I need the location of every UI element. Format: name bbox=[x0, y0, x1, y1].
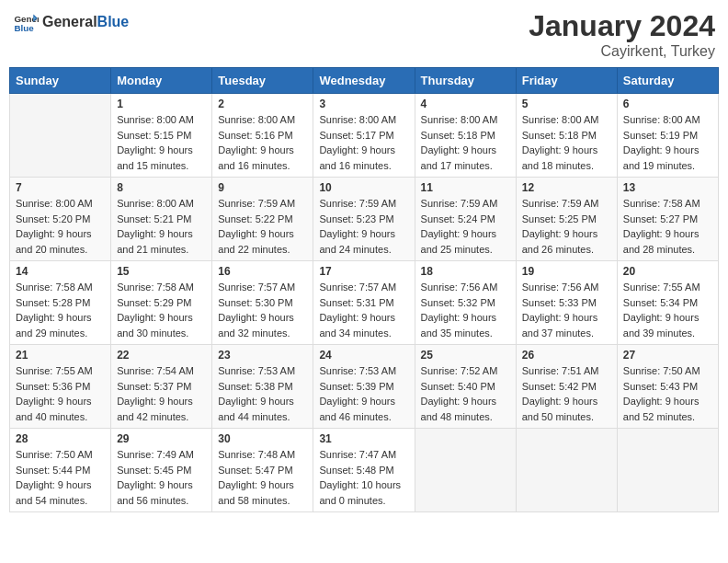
calendar-cell bbox=[10, 94, 111, 178]
day-number: 1 bbox=[117, 98, 206, 110]
calendar-cell: 21Sunrise: 7:55 AMSunset: 5:36 PMDayligh… bbox=[10, 345, 111, 429]
day-info: Sunrise: 7:49 AMSunset: 5:45 PMDaylight:… bbox=[117, 447, 206, 508]
day-number: 14 bbox=[16, 265, 105, 278]
calendar-cell: 14Sunrise: 7:58 AMSunset: 5:28 PMDayligh… bbox=[10, 261, 111, 345]
day-info: Sunrise: 7:59 AMSunset: 5:24 PMDaylight:… bbox=[421, 196, 510, 257]
day-number: 18 bbox=[421, 265, 510, 278]
day-info: Sunrise: 7:56 AMSunset: 5:32 PMDaylight:… bbox=[421, 280, 510, 340]
day-info: Sunrise: 7:59 AMSunset: 5:25 PMDaylight:… bbox=[522, 196, 611, 257]
calendar-cell: 13Sunrise: 7:58 AMSunset: 5:27 PMDayligh… bbox=[617, 178, 718, 261]
day-number: 24 bbox=[319, 349, 408, 362]
day-number: 25 bbox=[421, 349, 510, 362]
calendar-cell: 30Sunrise: 7:48 AMSunset: 5:47 PMDayligh… bbox=[212, 429, 313, 512]
day-number: 12 bbox=[522, 181, 611, 194]
day-number: 19 bbox=[522, 265, 611, 278]
day-info: Sunrise: 7:48 AMSunset: 5:47 PMDaylight:… bbox=[218, 447, 307, 508]
calendar-cell: 3Sunrise: 8:00 AMSunset: 5:17 PMDaylight… bbox=[313, 94, 415, 178]
calendar-cell bbox=[415, 429, 516, 512]
day-header-saturday: Saturday bbox=[617, 68, 718, 94]
day-number: 7 bbox=[16, 181, 105, 194]
day-number: 21 bbox=[16, 349, 105, 362]
calendar-cell: 2Sunrise: 8:00 AMSunset: 5:16 PMDaylight… bbox=[212, 94, 313, 178]
calendar-cell: 18Sunrise: 7:56 AMSunset: 5:32 PMDayligh… bbox=[415, 261, 516, 345]
day-info: Sunrise: 7:47 AMSunset: 5:48 PMDaylight:… bbox=[319, 447, 408, 508]
title-area: January 2024 Cayirkent, Turkey bbox=[529, 9, 715, 60]
calendar-cell: 6Sunrise: 8:00 AMSunset: 5:19 PMDaylight… bbox=[617, 94, 718, 178]
calendar-cell: 25Sunrise: 7:52 AMSunset: 5:40 PMDayligh… bbox=[415, 345, 516, 429]
day-header-thursday: Thursday bbox=[415, 68, 516, 94]
day-number: 5 bbox=[522, 98, 611, 110]
day-number: 3 bbox=[319, 98, 408, 110]
days-header-row: SundayMondayTuesdayWednesdayThursdayFrid… bbox=[10, 68, 719, 94]
week-row-1: 1Sunrise: 8:00 AMSunset: 5:15 PMDaylight… bbox=[10, 94, 719, 178]
day-number: 20 bbox=[623, 265, 712, 278]
day-info: Sunrise: 7:53 AMSunset: 5:39 PMDaylight:… bbox=[319, 363, 408, 424]
day-info: Sunrise: 8:00 AMSunset: 5:16 PMDaylight:… bbox=[218, 112, 307, 173]
logo: General Blue GeneralBlue bbox=[13, 9, 129, 35]
day-number: 15 bbox=[117, 265, 206, 278]
calendar-cell: 20Sunrise: 7:55 AMSunset: 5:34 PMDayligh… bbox=[617, 261, 718, 345]
day-header-tuesday: Tuesday bbox=[212, 68, 313, 94]
day-number: 26 bbox=[522, 349, 611, 362]
week-row-3: 14Sunrise: 7:58 AMSunset: 5:28 PMDayligh… bbox=[10, 261, 719, 345]
day-info: Sunrise: 7:50 AMSunset: 5:44 PMDaylight:… bbox=[16, 447, 105, 508]
day-info: Sunrise: 7:51 AMSunset: 5:42 PMDaylight:… bbox=[522, 363, 611, 424]
header: General Blue GeneralBlue January 2024 Ca… bbox=[9, 9, 719, 60]
day-header-monday: Monday bbox=[111, 68, 212, 94]
calendar-cell: 19Sunrise: 7:56 AMSunset: 5:33 PMDayligh… bbox=[516, 261, 617, 345]
week-row-4: 21Sunrise: 7:55 AMSunset: 5:36 PMDayligh… bbox=[10, 345, 719, 429]
week-row-5: 28Sunrise: 7:50 AMSunset: 5:44 PMDayligh… bbox=[10, 429, 719, 512]
day-info: Sunrise: 8:00 AMSunset: 5:15 PMDaylight:… bbox=[117, 112, 206, 173]
svg-text:Blue: Blue bbox=[14, 23, 34, 33]
day-number: 9 bbox=[218, 181, 307, 194]
day-info: Sunrise: 7:56 AMSunset: 5:33 PMDaylight:… bbox=[522, 280, 611, 340]
calendar-cell: 12Sunrise: 7:59 AMSunset: 5:25 PMDayligh… bbox=[516, 178, 617, 261]
calendar-cell: 31Sunrise: 7:47 AMSunset: 5:48 PMDayligh… bbox=[313, 429, 415, 512]
day-info: Sunrise: 7:55 AMSunset: 5:36 PMDaylight:… bbox=[16, 363, 105, 424]
day-number: 13 bbox=[623, 181, 712, 194]
day-info: Sunrise: 8:00 AMSunset: 5:17 PMDaylight:… bbox=[319, 112, 408, 173]
day-number: 28 bbox=[16, 432, 105, 445]
day-info: Sunrise: 7:58 AMSunset: 5:28 PMDaylight:… bbox=[16, 280, 105, 340]
day-info: Sunrise: 8:00 AMSunset: 5:18 PMDaylight:… bbox=[421, 112, 510, 173]
day-info: Sunrise: 7:57 AMSunset: 5:30 PMDaylight:… bbox=[218, 280, 307, 340]
calendar-cell: 1Sunrise: 8:00 AMSunset: 5:15 PMDaylight… bbox=[111, 94, 212, 178]
calendar-table: SundayMondayTuesdayWednesdayThursdayFrid… bbox=[9, 67, 719, 512]
day-number: 10 bbox=[319, 181, 408, 194]
day-header-sunday: Sunday bbox=[10, 68, 111, 94]
day-info: Sunrise: 7:58 AMSunset: 5:27 PMDaylight:… bbox=[623, 196, 712, 257]
day-info: Sunrise: 7:59 AMSunset: 5:23 PMDaylight:… bbox=[319, 196, 408, 257]
day-info: Sunrise: 7:53 AMSunset: 5:38 PMDaylight:… bbox=[218, 363, 307, 424]
calendar-cell: 22Sunrise: 7:54 AMSunset: 5:37 PMDayligh… bbox=[111, 345, 212, 429]
calendar-cell: 5Sunrise: 8:00 AMSunset: 5:18 PMDaylight… bbox=[516, 94, 617, 178]
day-number: 17 bbox=[319, 265, 408, 278]
day-info: Sunrise: 7:55 AMSunset: 5:34 PMDaylight:… bbox=[623, 280, 712, 340]
day-number: 2 bbox=[218, 98, 307, 110]
day-info: Sunrise: 8:00 AMSunset: 5:18 PMDaylight:… bbox=[522, 112, 611, 173]
day-info: Sunrise: 8:00 AMSunset: 5:19 PMDaylight:… bbox=[623, 112, 712, 173]
calendar-cell: 17Sunrise: 7:57 AMSunset: 5:31 PMDayligh… bbox=[313, 261, 415, 345]
calendar-cell: 9Sunrise: 7:59 AMSunset: 5:22 PMDaylight… bbox=[212, 178, 313, 261]
day-info: Sunrise: 7:57 AMSunset: 5:31 PMDaylight:… bbox=[319, 280, 408, 340]
week-row-2: 7Sunrise: 8:00 AMSunset: 5:20 PMDaylight… bbox=[10, 178, 719, 261]
day-header-friday: Friday bbox=[516, 68, 617, 94]
day-number: 23 bbox=[218, 349, 307, 362]
calendar-cell: 7Sunrise: 8:00 AMSunset: 5:20 PMDaylight… bbox=[10, 178, 111, 261]
day-number: 16 bbox=[218, 265, 307, 278]
calendar-cell: 8Sunrise: 8:00 AMSunset: 5:21 PMDaylight… bbox=[111, 178, 212, 261]
day-number: 8 bbox=[117, 181, 206, 194]
day-info: Sunrise: 7:50 AMSunset: 5:43 PMDaylight:… bbox=[623, 363, 712, 424]
calendar-cell: 29Sunrise: 7:49 AMSunset: 5:45 PMDayligh… bbox=[111, 429, 212, 512]
location-title: Cayirkent, Turkey bbox=[529, 43, 715, 60]
day-number: 30 bbox=[218, 432, 307, 445]
day-number: 29 bbox=[117, 432, 206, 445]
logo-icon: General Blue bbox=[13, 9, 39, 35]
day-info: Sunrise: 8:00 AMSunset: 5:20 PMDaylight:… bbox=[16, 196, 105, 257]
calendar-cell: 4Sunrise: 8:00 AMSunset: 5:18 PMDaylight… bbox=[415, 94, 516, 178]
day-number: 22 bbox=[117, 349, 206, 362]
day-info: Sunrise: 8:00 AMSunset: 5:21 PMDaylight:… bbox=[117, 196, 206, 257]
calendar-cell: 26Sunrise: 7:51 AMSunset: 5:42 PMDayligh… bbox=[516, 345, 617, 429]
calendar-cell: 23Sunrise: 7:53 AMSunset: 5:38 PMDayligh… bbox=[212, 345, 313, 429]
day-info: Sunrise: 7:58 AMSunset: 5:29 PMDaylight:… bbox=[117, 280, 206, 340]
calendar-cell bbox=[617, 429, 718, 512]
